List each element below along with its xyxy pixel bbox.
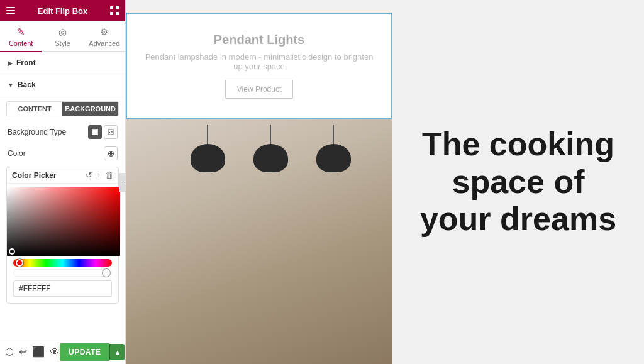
- grid-icon[interactable]: [110, 6, 119, 15]
- pendant-lamp-right: [314, 125, 352, 172]
- color-picker: Color Picker ↺ + 🗑: [6, 167, 119, 304]
- front-arrow-icon: ▶: [8, 60, 13, 67]
- svg-rect-0: [110, 6, 113, 9]
- opacity-cursor: [103, 269, 110, 277]
- section-front[interactable]: ▶ Front: [0, 52, 125, 74]
- flip-box-area: Pendant Lights Pendant lampshade in mode…: [126, 0, 392, 364]
- svg-rect-5: [92, 130, 97, 135]
- hex-input[interactable]: [13, 280, 112, 297]
- canvas-area: Pendant Lights Pendant lampshade in mode…: [126, 0, 644, 364]
- hero-text: The cooking space of your dreams: [418, 126, 619, 238]
- menu-icon[interactable]: [6, 7, 15, 14]
- add-color-icon[interactable]: +: [96, 170, 101, 180]
- tab-content-label: Content: [9, 40, 33, 47]
- image-type-icon[interactable]: [104, 125, 118, 139]
- back-arrow-icon: ▼: [8, 82, 14, 89]
- update-button[interactable]: UPDATE: [60, 343, 109, 361]
- bottom-left-icons: ⬡ ↩ ⬛ 👁: [5, 346, 60, 358]
- color-globe-icon[interactable]: [104, 146, 118, 160]
- background-type-label: Background Type: [8, 128, 66, 136]
- svg-rect-1: [116, 6, 119, 9]
- hue-slider[interactable]: [13, 259, 112, 267]
- panel-tabs: ✎ Content ◎ Style ⚙ Advanced: [0, 21, 125, 52]
- view-product-button[interactable]: View Product: [225, 80, 293, 99]
- tab-style[interactable]: ◎ Style: [42, 21, 83, 52]
- style-tab-icon: ◎: [58, 26, 67, 38]
- color-picker-actions: ↺ + 🗑: [86, 170, 113, 180]
- section-front-label: Front: [16, 58, 36, 67]
- content-background-toggle: CONTENT BACKGROUND: [6, 101, 119, 116]
- tab-content[interactable]: ✎ Content: [0, 21, 42, 52]
- kitchen-bg-image: [126, 119, 392, 364]
- hue-cursor: [16, 259, 23, 267]
- refresh-icon[interactable]: ↺: [86, 170, 92, 180]
- redo-icon[interactable]: ⬛: [32, 346, 45, 358]
- gradient-cursor: [9, 248, 15, 255]
- pendant-lamp-center: [252, 125, 289, 172]
- layers-icon[interactable]: ⬡: [5, 346, 14, 358]
- undo-icon[interactable]: ↩: [19, 346, 27, 358]
- toggle-background-btn[interactable]: BACKGROUND: [62, 102, 118, 116]
- flip-card-back: Pendant Lights Pendant lampshade in mode…: [126, 13, 392, 119]
- section-back-label: Back: [18, 80, 36, 89]
- tab-style-label: Style: [55, 40, 70, 47]
- hex-input-wrap: [13, 280, 112, 297]
- right-text-panel: The cooking space of your dreams: [392, 0, 644, 364]
- panel-title: Edit Flip Box: [38, 6, 87, 16]
- main-area: Pendant Lights Pendant lampshade in mode…: [126, 0, 644, 364]
- gradient-canvas[interactable]: [7, 187, 120, 256]
- svg-rect-2: [110, 12, 113, 15]
- opacity-slider[interactable]: [13, 269, 112, 277]
- eye-icon[interactable]: 👁: [50, 346, 60, 358]
- flip-card-description: Pendant lampshade in modern - minimalist…: [140, 52, 379, 71]
- color-picker-label: Color Picker: [12, 171, 57, 180]
- section-back[interactable]: ▼ Back: [0, 74, 125, 96]
- background-type-row: Background Type: [0, 121, 125, 143]
- background-type-icons: [88, 125, 118, 139]
- toggle-content-btn[interactable]: CONTENT: [7, 102, 62, 116]
- opacity-slider-wrap: [13, 269, 112, 277]
- pendant-lamp-left: [189, 125, 226, 172]
- gradient-dark: [7, 187, 120, 256]
- update-arrow-button[interactable]: ▲: [109, 344, 125, 360]
- kitchen-photo: [126, 119, 392, 364]
- left-panel: Edit Flip Box ✎ Content ◎ Style ⚙ Advanc…: [0, 0, 126, 364]
- panel-collapse-arrow[interactable]: ‹: [119, 173, 126, 192]
- tab-advanced-label: Advanced: [89, 40, 119, 47]
- svg-rect-3: [116, 12, 119, 15]
- bottom-toolbar: ⬡ ↩ ⬛ 👁 UPDATE ▲: [0, 339, 125, 364]
- color-row: Color: [0, 143, 125, 164]
- color-type-icon[interactable]: [88, 125, 102, 139]
- hue-slider-wrap: [13, 259, 112, 267]
- delete-color-icon[interactable]: 🗑: [105, 170, 113, 180]
- flip-card-title: Pendant Lights: [214, 33, 304, 47]
- content-tab-icon: ✎: [17, 26, 25, 38]
- panel-header: Edit Flip Box: [0, 0, 125, 21]
- color-picker-header: Color Picker ↺ + 🗑: [7, 167, 118, 184]
- tab-advanced[interactable]: ⚙ Advanced: [84, 21, 125, 52]
- color-icon-btn: [104, 146, 118, 160]
- color-label: Color: [8, 149, 26, 158]
- advanced-tab-icon: ⚙: [100, 26, 108, 38]
- update-btn-wrap: UPDATE ▲: [60, 343, 125, 361]
